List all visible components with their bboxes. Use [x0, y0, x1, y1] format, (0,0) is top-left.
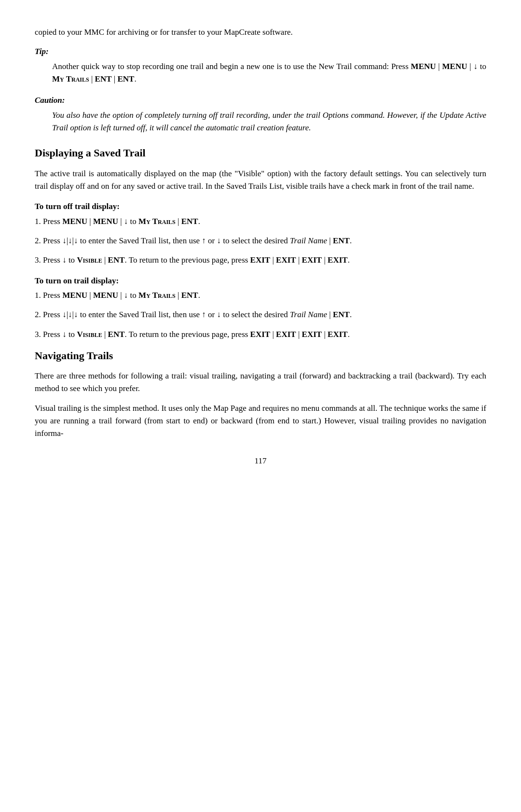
- exit-key4: EXIT: [328, 255, 348, 265]
- intro-paragraph: copied to your MMC for archiving or for …: [35, 26, 486, 39]
- visible-label: Visible: [77, 255, 102, 265]
- menu-key3: MENU: [62, 217, 87, 226]
- caution-label: Caution:: [35, 94, 486, 107]
- my-trails-label3: My Trails: [138, 291, 176, 300]
- menu-key5: MENU: [62, 291, 87, 300]
- turn-on-heading: To turn on trail display:: [35, 275, 486, 287]
- menu-key2: MENU: [442, 62, 467, 71]
- turn-off-step1: 1. Press MENU | MENU | ↓ to My Trails | …: [35, 215, 486, 228]
- caution-text: You also have the option of completely t…: [52, 109, 486, 135]
- visible-label2: Visible: [77, 330, 102, 339]
- tip-body: Another quick way to stop recording one …: [35, 60, 486, 86]
- ent-key4: ENT: [333, 236, 350, 245]
- exit-key1: EXIT: [250, 255, 271, 265]
- menu-key: MENU: [411, 62, 436, 71]
- turn-on-step1: 1. Press MENU | MENU | ↓ to My Trails | …: [35, 289, 486, 302]
- section2-heading: Navigating Trails: [35, 348, 486, 364]
- ent-key5: ENT: [108, 255, 125, 265]
- ent-key8: ENT: [108, 330, 125, 339]
- page-number: 117: [35, 455, 486, 467]
- caution-section: Caution: You also have the option of com…: [35, 94, 486, 134]
- turn-on-step3: 3. Press ↓ to Visible | ENT. To return t…: [35, 328, 486, 341]
- exit-key7: EXIT: [302, 330, 322, 339]
- tip-section: Tip: Another quick way to stop recording…: [35, 45, 486, 85]
- turn-on-step2: 2. Press ↓|↓|↓ to enter the Saved Trail …: [35, 308, 486, 321]
- ent-key3: ENT: [181, 217, 198, 226]
- ent-key: ENT: [95, 74, 112, 84]
- menu-key4: MENU: [93, 217, 118, 226]
- ent-key2: ENT: [117, 74, 134, 84]
- turn-off-step2: 2. Press ↓|↓|↓ to enter the Saved Trail …: [35, 235, 486, 247]
- section2-para2: Visual trailing is the simplest method. …: [35, 402, 486, 440]
- tip-label: Tip:: [35, 45, 486, 58]
- section2-para1: There are three methods for following a …: [35, 370, 486, 395]
- section1-heading: Displaying a Saved Trail: [35, 145, 486, 161]
- exit-key8: EXIT: [328, 330, 348, 339]
- exit-key2: EXIT: [276, 255, 296, 265]
- turn-off-heading: To turn off trail display:: [35, 200, 486, 213]
- turn-off-step3: 3. Press ↓ to Visible | ENT. To return t…: [35, 254, 486, 266]
- exit-key5: EXIT: [250, 330, 271, 339]
- menu-key6: MENU: [93, 291, 118, 300]
- exit-key3: EXIT: [302, 255, 322, 265]
- trail-name-label2: Trail Name: [290, 310, 327, 319]
- trail-name-label: Trail Name: [290, 236, 327, 245]
- ent-key6: ENT: [181, 291, 198, 300]
- my-trails-label: My Trails: [52, 74, 89, 84]
- ent-key7: ENT: [333, 310, 350, 319]
- my-trails-label2: My Trails: [138, 217, 176, 226]
- page-content: copied to your MMC for archiving or for …: [35, 26, 486, 467]
- exit-key6: EXIT: [276, 330, 296, 339]
- section1-intro: The active trail is automatically displa…: [35, 168, 486, 193]
- caution-body: You also have the option of completely t…: [35, 109, 486, 135]
